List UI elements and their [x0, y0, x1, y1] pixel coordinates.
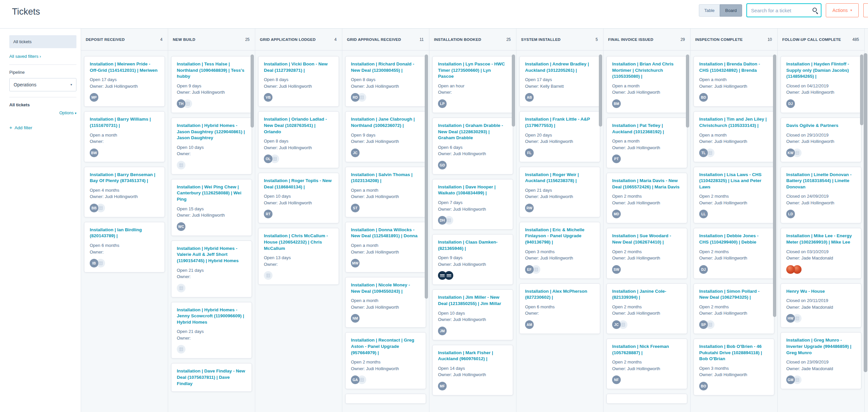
ticket-card[interactable]: Installation | Alex McPherson (827230602…: [519, 283, 600, 334]
ticket-title-link[interactable]: Installation | Pat Tetley | Auckland (10…: [612, 123, 682, 135]
ticket-title-link[interactable]: Installation | Janine Cole- (821339394) …: [612, 288, 682, 301]
ticket-title-link[interactable]: Installation | Sue Woodard - New Deal (1…: [612, 233, 682, 245]
ticket-card[interactable]: Installation | Recontact | Greg Aston - …: [345, 332, 426, 389]
ticket-title-link[interactable]: Installation | Richard Donald - New Deal…: [351, 61, 421, 73]
contact-avatar[interactable]: AB: [525, 93, 534, 102]
ticket-title-link[interactable]: Installation | Hybrid Homes - Valerie Au…: [177, 246, 246, 264]
table-view-button[interactable]: Table: [699, 4, 720, 17]
view-options-button[interactable]: Options ▾: [9, 110, 76, 115]
contact-avatar[interactable]: BO: [699, 382, 708, 390]
ticket-card[interactable]: Installation | Frank Little - A&P (11796…: [519, 111, 600, 162]
ticket-title-link[interactable]: Installation | Simon Pollard - New Deal …: [699, 288, 769, 301]
contact-avatar[interactable]: JM: [438, 327, 446, 335]
contact-avatar[interactable]: KW: [786, 149, 795, 157]
ticket-title-link[interactable]: Installation | Hybrid Homes - Jason Daug…: [177, 123, 246, 141]
contact-avatar[interactable]: VB: [264, 93, 273, 102]
ticket-card[interactable]: Installation | Mike Lee - Energy Meter (…: [781, 228, 861, 279]
ticket-card[interactable]: Installation | Graham Drabble - New Deal…: [432, 118, 513, 175]
contact-avatar[interactable]: BB: [90, 204, 98, 212]
contact-avatar[interactable]: WC: [177, 222, 185, 231]
ticket-card[interactable]: Installation | Maria Davis - New Deal (1…: [607, 173, 687, 223]
ticket-title-link[interactable]: Installation | Eric & Michelle Finlayson…: [525, 227, 594, 246]
ticket-title-link[interactable]: Installation | Jim Miller - New Deal (12…: [438, 294, 507, 307]
contact-avatar[interactable]: EF: [525, 265, 534, 274]
ticket-card[interactable]: Installation | Ian Birdling (820143789) …: [84, 222, 165, 273]
ticket-title-link[interactable]: Installation | Chris McCallum - House (1…: [264, 233, 333, 252]
contact-avatar[interactable]: JC: [351, 149, 360, 157]
contact-avatar[interactable]: LL: [699, 210, 708, 218]
ticket-card[interactable]: Davis Ogilvie & PartnersClosed on 29/10/…: [781, 118, 861, 162]
search-icon[interactable]: [812, 8, 817, 12]
contact-avatar[interactable]: MF: [438, 382, 446, 390]
ticket-title-link[interactable]: Installation | Mike Lee - Energy Meter (…: [786, 233, 856, 245]
contact-avatar[interactable]: OL: [264, 155, 273, 163]
contact-avatar[interactable]: RD: [351, 93, 360, 102]
ticket-title-link[interactable]: Henry Wu - House: [786, 288, 856, 295]
ticket-card[interactable]: Installation | Lisa Laws - CHS (11042283…: [693, 167, 774, 224]
ticket-title-link[interactable]: Installation | Barry Benseman | Bay Of P…: [90, 172, 159, 184]
ticket-card[interactable]: Installation | Dave Findlay - New Deal (…: [171, 363, 252, 392]
ticket-title-link[interactable]: Installation | Dave Hooper | Waikato (10…: [438, 184, 507, 196]
ticket-title-link[interactable]: Installation | Tess Halse | Northland (1…: [177, 61, 246, 80]
ticket-card[interactable]: Installation | Hybrid Homes - Valerie Au…: [171, 241, 252, 297]
company-placeholder-avatar[interactable]: [177, 345, 185, 353]
contact-photo-avatar[interactable]: [786, 265, 795, 274]
ticket-card[interactable]: Installation | Tim and Jen Liley | Chris…: [693, 111, 774, 162]
ticket-title-link[interactable]: Installation | Andrew Bradley | Auckland…: [525, 61, 594, 73]
column-scrollbar[interactable]: [773, 55, 776, 317]
contact-avatar[interactable]: MW: [351, 259, 360, 267]
ticket-card[interactable]: Installation | Roger Weir | Auckland (11…: [519, 167, 600, 217]
ticket-title-link[interactable]: Installation | Wei Ping Chew | Canterbur…: [177, 184, 246, 203]
contact-avatar[interactable]: MD: [612, 210, 621, 218]
contact-avatar[interactable]: JC: [612, 320, 621, 329]
ticket-card[interactable]: Installation | Chris McCallum - House (1…: [258, 228, 339, 285]
ticket-card[interactable]: Installation | Salvin Thomas | (10231342…: [345, 167, 426, 217]
ticket-title-link[interactable]: Installation | Orlando Ladlad - New Deal…: [264, 116, 333, 135]
contact-avatar[interactable]: RW: [525, 204, 534, 212]
ticket-title-link[interactable]: Installation | Salvin Thomas | (10231342…: [351, 172, 421, 184]
contact-avatar[interactable]: HW: [786, 314, 795, 323]
ticket-title-link[interactable]: Installation | Alex McPherson (827230602…: [525, 288, 594, 301]
ticket-card[interactable]: Installation | Pat Tetley | Auckland (10…: [607, 118, 687, 168]
ticket-card[interactable]: Installation | Jim Miller - New Deal (12…: [432, 289, 513, 340]
sidebar-item-all-tickets[interactable]: All tickets: [9, 35, 76, 48]
company-logo-avatar[interactable]: [438, 271, 446, 280]
ticket-card[interactable]: Installation | Donna Willocks - New Deal…: [345, 222, 426, 273]
ticket-title-link[interactable]: Installation | Greg Munro - Inverter Upg…: [786, 337, 856, 356]
column-scrollbar[interactable]: [686, 55, 689, 128]
ticket-title-link[interactable]: Installation | Barry Williams | (1151670…: [90, 116, 159, 129]
ticket-card[interactable]: Installation | Claas Damken- (821365946)…: [432, 234, 513, 285]
contact-avatar[interactable]: BW: [90, 149, 98, 157]
contact-avatar[interactable]: TL: [699, 149, 708, 157]
ticket-card[interactable]: Installation | Richard Donald - New Deal…: [345, 56, 426, 107]
ticket-title-link[interactable]: Installation | Brenda Dalton - CHS (1104…: [699, 61, 769, 73]
contact-avatar[interactable]: IB: [90, 259, 98, 267]
ticket-title-link[interactable]: Installation | Donna Willocks - New Deal…: [351, 227, 421, 239]
ticket-card[interactable]: Henry Wu - HouseClosed on 20/11/2019Owne…: [781, 283, 861, 328]
contact-avatar[interactable]: RT: [264, 210, 273, 218]
ticket-title-link[interactable]: Installation | Maria Davis - New Deal (1…: [612, 178, 682, 190]
ticket-title-link[interactable]: Installation | Nicole Money - New Deal (…: [351, 282, 421, 294]
contact-avatar[interactable]: NF: [612, 376, 621, 384]
ticket-card[interactable]: Installation | Debbie Jones - CHS (11042…: [693, 228, 774, 279]
ticket-card[interactable]: Installation | Simon Pollard - New Deal …: [693, 283, 774, 334]
ticket-title-link[interactable]: Installation | Debbie Jones - CHS (11042…: [699, 233, 769, 245]
ticket-card[interactable]: Installation | Hybrid Homes - Jenny Scow…: [171, 302, 252, 359]
vertical-scrollbar[interactable]: [864, 53, 867, 372]
contact-avatar[interactable]: DJ: [786, 99, 795, 108]
contact-avatar[interactable]: FL: [525, 149, 534, 157]
company-placeholder-avatar[interactable]: [177, 161, 185, 169]
ticket-title-link[interactable]: Installation | Jane Clabrough | Northlan…: [351, 116, 421, 129]
contact-avatar[interactable]: TH: [177, 99, 185, 108]
ticket-title-link[interactable]: Installation | Hayden Flintoff - Supply …: [786, 61, 856, 80]
ticket-title-link[interactable]: Installation | Vicki Boon - New Deal (11…: [264, 61, 333, 73]
contact-avatar[interactable]: DH: [438, 216, 446, 225]
contact-avatar[interactable]: SW: [612, 265, 621, 274]
create-ticket-button-partial[interactable]: [863, 3, 868, 17]
ticket-title-link[interactable]: Installation | Mark Fisher | Auckland (9…: [438, 350, 507, 362]
ticket-title-link[interactable]: Installation | Recontact | Greg Aston - …: [351, 337, 421, 356]
ticket-card[interactable]: Installation | Vicki Boon - New Deal (11…: [258, 56, 339, 107]
contact-avatar[interactable]: GM: [786, 376, 795, 384]
ticket-card[interactable]: Installation | Barry Benseman | Bay Of P…: [84, 167, 165, 217]
ticket-card[interactable]: Installation | Sue Woodard - New Deal (1…: [607, 228, 687, 279]
